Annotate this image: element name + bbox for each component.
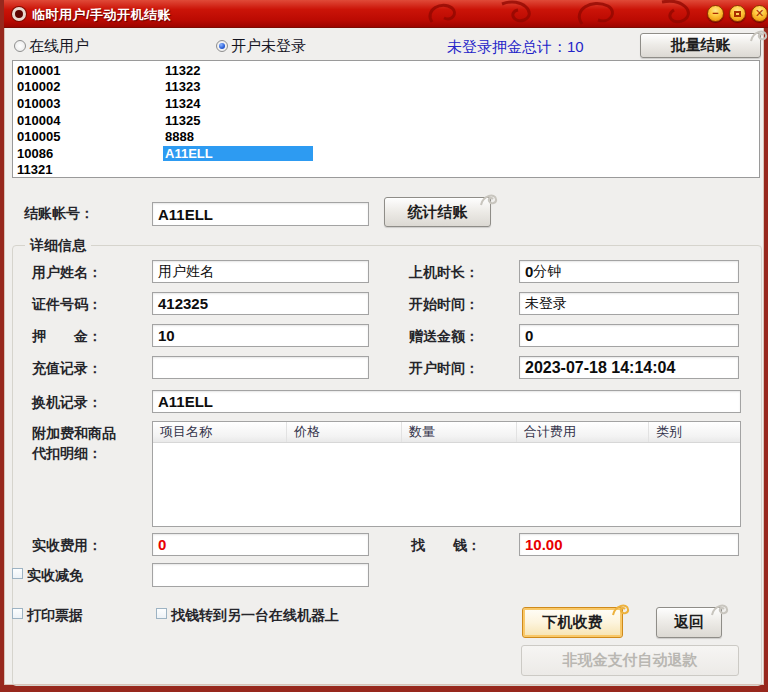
deposit-input[interactable]: 10 [152, 324, 369, 347]
minimize-icon: − [712, 8, 718, 19]
print-ticket-label[interactable]: 打印票据 [27, 607, 83, 625]
duration-label: 上机时长： [409, 264, 479, 282]
change-input[interactable]: 10.00 [519, 533, 739, 556]
list-item[interactable]: 01000411325 [13, 112, 759, 129]
title-bar: 临时用户/手动开机结账 − ✕ [4, 0, 768, 28]
discount-checkbox[interactable] [12, 568, 23, 579]
maximize-button[interactable] [729, 5, 746, 22]
switch-record-label: 换机记录： [32, 394, 102, 412]
start-time-input[interactable]: 未登录 [519, 292, 739, 315]
column-header: 价格 [287, 422, 402, 442]
radio-pending-login[interactable] [216, 40, 228, 52]
auto-refund-button[interactable]: 非现金支付自动退款 [521, 645, 739, 676]
list-item[interactable]: 0100058888 [13, 128, 759, 145]
titlebar-swirl-decor [412, 0, 712, 28]
surcharge-label-line1: 附加费和商品 [32, 425, 116, 443]
pay-checkout-button[interactable]: 下机收费 [522, 607, 623, 638]
deposit-total-text: 未登录押金总计：10 [447, 38, 584, 57]
username-label: 用户姓名： [32, 264, 102, 282]
decor-swirl-icon [749, 27, 768, 43]
maximize-icon [734, 11, 741, 17]
window-title: 临时用户/手动开机结账 [32, 6, 171, 24]
gift-amount-label: 赠送金额： [409, 328, 479, 346]
radio-pending-login-label[interactable]: 开户未登录 [231, 37, 306, 56]
switch-record-input[interactable]: A11ELL [152, 390, 741, 413]
batch-checkout-button[interactable]: 批量结账 [640, 33, 761, 58]
checkout-account-label: 结账帐号： [24, 205, 94, 223]
transfer-change-label[interactable]: 找钱转到另一台在线机器上 [171, 607, 339, 625]
surcharge-table[interactable]: 项目名称 价格 数量 合计费用 类别 [152, 421, 741, 527]
username-input[interactable]: 用户姓名 [152, 260, 369, 283]
list-item[interactable]: 11321 [13, 162, 759, 178]
column-header: 类别 [649, 422, 740, 442]
recharge-record-input[interactable] [152, 356, 369, 379]
gift-amount-input[interactable]: 0 [519, 324, 739, 347]
open-time-label: 开户时间： [409, 360, 479, 378]
app-window: 临时用户/手动开机结账 − ✕ 在线用户 开户未登录 未登录押金总计：10 批量… [0, 0, 768, 692]
column-header: 合计费用 [517, 422, 649, 442]
open-time-input[interactable]: 2023-07-18 14:14:04 [519, 356, 739, 379]
column-header: 数量 [402, 422, 517, 442]
app-icon [12, 7, 26, 21]
close-icon: ✕ [755, 8, 764, 19]
radio-online-users-label[interactable]: 在线用户 [29, 37, 89, 56]
discount-checkbox-label[interactable]: 实收减免 [27, 567, 83, 585]
list-item-selected[interactable]: 10086A11ELL [13, 145, 759, 162]
discount-input[interactable] [152, 563, 369, 587]
duration-input[interactable]: 0分钟 [519, 260, 739, 283]
deposit-label: 押 金： [32, 328, 102, 346]
back-button[interactable]: 返回 [656, 607, 722, 638]
surcharge-label-line2: 代扣明细： [32, 445, 102, 463]
list-item[interactable]: 01000311324 [13, 95, 759, 112]
change-label: 找 钱： [411, 537, 481, 555]
close-button[interactable]: ✕ [751, 5, 768, 22]
transfer-change-checkbox[interactable] [156, 608, 167, 619]
id-number-label: 证件号码： [32, 296, 102, 314]
id-number-input[interactable]: 412325 [152, 292, 369, 315]
checkout-account-input[interactable]: A11ELL [152, 202, 369, 226]
print-ticket-checkbox[interactable] [12, 608, 23, 619]
stats-checkout-button[interactable]: 统计结账 [384, 197, 491, 227]
recharge-record-label: 充值记录： [32, 360, 102, 378]
radio-online-users[interactable] [14, 40, 26, 52]
start-time-label: 开始时间： [409, 296, 479, 314]
received-fee-input[interactable]: 0 [152, 533, 369, 556]
decor-swirl-icon [479, 191, 499, 207]
column-header: 项目名称 [153, 422, 287, 442]
list-item[interactable]: 01000211323 [13, 79, 759, 96]
details-group-title: 详细信息 [25, 237, 91, 255]
user-list[interactable]: 01000111322 01000211323 01000311324 0100… [12, 60, 760, 178]
surcharge-table-header: 项目名称 价格 数量 合计费用 类别 [153, 422, 740, 443]
minimize-button[interactable]: − [707, 5, 724, 22]
received-fee-label: 实收费用： [32, 537, 102, 555]
list-item[interactable]: 01000111322 [13, 62, 759, 79]
